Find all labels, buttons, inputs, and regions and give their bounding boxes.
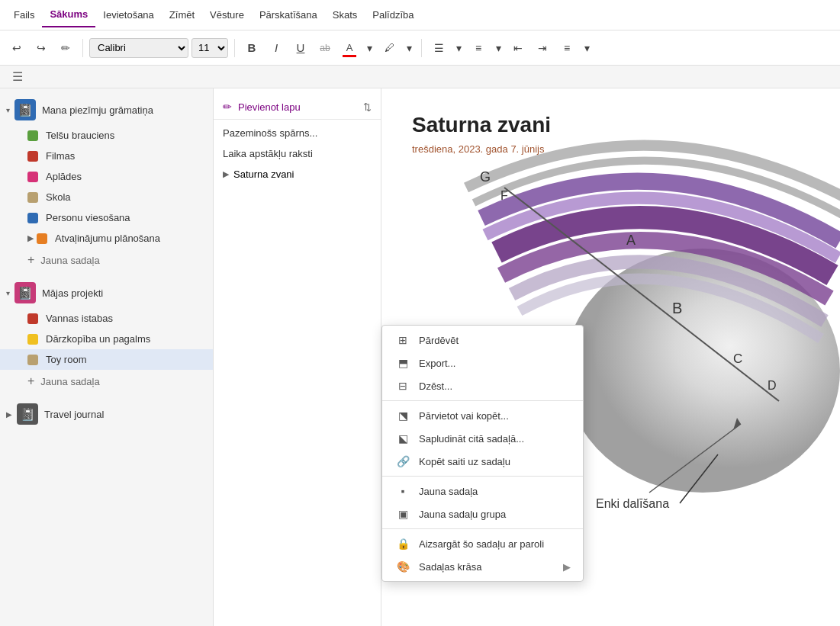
ctx-copy-link[interactable]: 🔗 Kopēt saiti uz sadaļu	[382, 450, 583, 473]
section-label-toyroom: Toy room	[46, 354, 86, 365]
notebook-label-1: Mana piezīmju grāmatiņa	[42, 104, 153, 116]
section-label-vannas: Vannas istabas	[46, 313, 113, 324]
menu-zimет[interactable]: Zīmēt	[162, 3, 202, 27]
bullet-list-dropdown[interactable]: ▾	[452, 37, 465, 59]
sidebar: ▾ 📓 Mana piezīmju grāmatiņa Telšu brauci…	[0, 88, 214, 626]
section-skola[interactable]: Skola	[0, 187, 213, 207]
align-button[interactable]: ≡	[556, 37, 578, 59]
page-pazeminoss[interactable]: Pazeminošs spārns...	[214, 123, 381, 143]
notebook-header-1[interactable]: ▾ 📓 Mana piezīmju grāmatiņa	[0, 95, 213, 125]
ctx-delete[interactable]: ⊟ Dzēst...	[382, 374, 583, 397]
sort-icon[interactable]: ⇅	[363, 101, 372, 113]
ctx-rename[interactable]: ⊞ Pārdēvēt	[382, 329, 583, 352]
ctx-divider-3	[382, 528, 583, 529]
add-page-button[interactable]: ✏ Pievienot lapu ⇅	[214, 95, 381, 120]
page-arrow-saturna: ▶	[223, 169, 229, 179]
section-aplades[interactable]: Aplādes	[0, 166, 213, 187]
undo-button[interactable]: ↩	[6, 37, 27, 59]
section-dot-atvalinajumu	[37, 233, 47, 244]
notebook-header-2[interactable]: ▾ 📓 Mājas projekti	[0, 278, 213, 308]
ctx-color-arrow: ▶	[563, 561, 571, 573]
section-label-aplades: Aplādes	[46, 171, 82, 182]
outdent-button[interactable]: ⇤	[507, 37, 529, 59]
menu-skats[interactable]: Skats	[325, 3, 365, 27]
menu-ievietosana[interactable]: Ievietošana	[95, 3, 162, 27]
font-size-select[interactable]: 11	[191, 38, 228, 58]
ctx-move[interactable]: ⬔ Pārvietot vai kopēt...	[382, 404, 583, 427]
page-label-saturna: Saturna zvani	[233, 169, 294, 180]
section-label-darzkopiba: Dārzkopība un pagalms	[46, 333, 150, 345]
align-dropdown[interactable]: ▾	[581, 37, 593, 59]
numbered-list-button[interactable]: ≡	[468, 37, 489, 59]
svg-text:Enki dalīšana: Enki dalīšana	[596, 497, 669, 510]
add-section-nb2[interactable]: + Jauna sadaļa	[0, 370, 213, 393]
notebook-header-3[interactable]: ▶ 📓 Travel journal	[0, 399, 213, 429]
menu-fails[interactable]: Fails	[6, 3, 42, 27]
font-color-dropdown[interactable]: ▾	[363, 37, 375, 59]
section-dot-skola	[27, 192, 38, 203]
section-label-telsu: Telšu brauciens	[46, 130, 114, 141]
add-section-nb1[interactable]: + Jauna sadaļa	[0, 249, 213, 271]
section-dot-vannas	[27, 313, 38, 324]
merge-icon: ⬕	[394, 432, 411, 445]
ctx-export[interactable]: ⬒ Export...	[382, 352, 583, 374]
section-toyroom[interactable]: Toy room	[0, 349, 213, 370]
ctx-password[interactable]: 🔒 Aizsargāt šo sadaļu ar paroli	[382, 532, 583, 555]
svg-text:A: A	[626, 233, 636, 248]
delete-icon: ⊟	[394, 380, 411, 392]
section-personu[interactable]: Personu viesošana	[0, 207, 213, 228]
menu-parskatisana[interactable]: Pārskatīšana	[252, 3, 325, 27]
font-color-button[interactable]: A	[339, 37, 360, 59]
format-painter-button[interactable]: ✏	[55, 37, 76, 59]
menu-vesture[interactable]: Vēsture	[202, 3, 252, 27]
underline-button[interactable]: U	[290, 37, 311, 59]
redo-button[interactable]: ↪	[31, 37, 52, 59]
indent-button[interactable]: ⇥	[532, 37, 553, 59]
section-vannas[interactable]: Vannas istabas	[0, 308, 213, 329]
context-menu: ⊞ Pārdēvēt ⬒ Export... ⊟ Dzēst... ⬔ Pārv…	[381, 325, 584, 582]
ctx-color-label: Sadaļas krāsa	[419, 561, 481, 573]
chevron-nb2: ▾	[6, 289, 10, 297]
section-label-skola: Skola	[46, 191, 71, 203]
add-section-label-nb1: Jauna sadaļa	[40, 255, 99, 266]
menu-sakums[interactable]: Sākums	[42, 2, 95, 27]
italic-button[interactable]: I	[266, 37, 287, 59]
page-panel: ✏ Pievienot lapu ⇅ Pazeminošs spārns... …	[214, 88, 381, 626]
bullet-list-button[interactable]: ☰	[428, 37, 449, 59]
section-telsu[interactable]: Telšu brauciens	[0, 125, 213, 146]
page-label-laika: Laika apstākļu raksti	[223, 148, 313, 159]
font-family-select[interactable]: Calibri	[89, 38, 188, 58]
svg-text:B: B	[672, 300, 682, 316]
divider-2	[234, 39, 235, 57]
ctx-divider-2	[382, 476, 583, 477]
section-atvalinajumu[interactable]: ▶ Atvaļinājumu plānošana	[0, 228, 213, 249]
svg-text:C: C	[733, 352, 742, 366]
toolbar: ↩ ↪ ✏ Calibri 11 B I U ab A ▾ 🖊 ▾ ☰ ▾ ≡ …	[0, 30, 840, 66]
hamburger-menu[interactable]: ☰	[6, 66, 29, 87]
lock-icon: 🔒	[394, 538, 411, 550]
section-dot-telsu	[27, 130, 38, 141]
menu-palidziba[interactable]: Palīdzība	[365, 3, 421, 27]
section-filmas[interactable]: Filmas	[0, 146, 213, 166]
ctx-color[interactable]: 🎨 Sadaļas krāsa ▶	[382, 555, 583, 578]
notebook-label-3: Travel journal	[44, 409, 104, 420]
numbered-list-dropdown[interactable]: ▾	[492, 37, 504, 59]
highlight-dropdown[interactable]: ▾	[403, 37, 415, 59]
page-label-pazeminoss: Pazeminošs spārns...	[223, 127, 317, 139]
page-laika[interactable]: Laika apstākļu raksti	[214, 143, 381, 164]
svg-text:F: F	[500, 189, 508, 202]
strikethrough-button[interactable]: ab	[314, 37, 336, 59]
page-saturna[interactable]: ▶ Saturna zvani	[214, 164, 381, 185]
new-group-icon: ▣	[394, 508, 411, 520]
section-darzkopiba[interactable]: Dārzkopība un pagalms	[0, 329, 213, 349]
section-arrow-atvalinajumu: ▶	[27, 233, 34, 243]
link-icon: 🔗	[394, 455, 411, 467]
chevron-nb1: ▾	[6, 106, 10, 114]
ctx-new-group[interactable]: ▣ Jauna sadaļu grupa	[382, 502, 583, 525]
highlight-button[interactable]: 🖊	[378, 37, 400, 59]
svg-text:D: D	[768, 379, 777, 392]
section-dot-toyroom	[27, 355, 38, 365]
bold-button[interactable]: B	[241, 37, 262, 59]
ctx-merge[interactable]: ⬕ Sapludināt citā sadaļā...	[382, 427, 583, 450]
ctx-new-section[interactable]: ▪ Jauna sadaļa	[382, 480, 583, 502]
